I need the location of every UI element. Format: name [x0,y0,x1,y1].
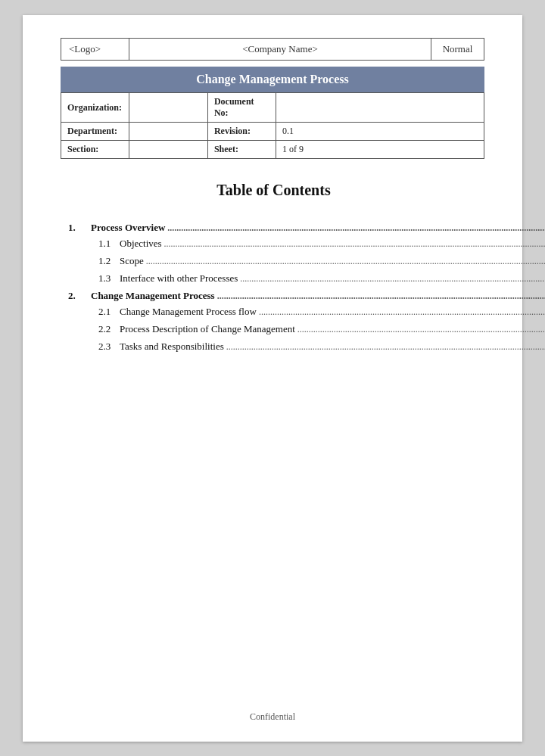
dept-label: Department: [61,123,129,141]
footer-text: Confidential [250,711,295,722]
org-label: Organization: [61,93,129,123]
docno-value [276,93,484,123]
logo-cell: <Logo> [61,39,129,61]
toc-number-6: 2.2 [98,323,120,335]
org-value [129,93,208,123]
toc-label-6: Process Description of Change Management [120,323,295,335]
toc-label-0: Process Overview [91,222,165,234]
toc-label-5: Change Management Process flow [120,306,257,318]
footer: Confidential [23,711,522,723]
dept-value [129,123,208,141]
toc-container: 1.Process Overview41.1Objectives41.2Scop… [61,222,484,353]
toc-dots-3 [240,272,545,285]
toc-dots-6 [297,323,545,336]
toc-item-4: 2.Change Management Process6 [68,290,477,303]
docno-label: Document No: [207,93,276,123]
toc-number-0: 1. [68,222,91,234]
toc-text-5: Change Management Process flow6 [120,306,545,319]
toc-number-7: 2.3 [98,341,120,353]
toc-item-6: 2.2Process Description of Change Managem… [68,323,477,336]
toc-number-5: 2.1 [98,306,120,318]
toc-dots-0 [167,222,545,235]
section-label: Section: [61,141,129,159]
toc-item-0: 1.Process Overview4 [68,222,477,235]
meta-row-1: Organization: Document No: [61,93,484,123]
toc-text-3: Interface with other Processes5 [120,272,545,285]
revision-value: 0.1 [276,123,484,141]
toc-number-4: 2. [68,290,91,302]
meta-row-3: Section: Sheet: 1 of 9 [61,141,484,159]
toc-item-7: 2.3Tasks and Responsibilities9 [68,341,477,353]
toc-label-1: Objectives [120,238,162,250]
revision-label: Revision: [207,123,276,141]
toc-text-0: Process Overview4 [91,222,545,235]
toc-item-3: 1.3Interface with other Processes5 [68,272,477,285]
toc-text-7: Tasks and Responsibilities9 [120,341,545,353]
section-value [129,141,208,159]
header-table: <Logo> <Company Name> Normal [61,38,484,61]
meta-row-2: Department: Revision: 0.1 [61,123,484,141]
toc-item-5: 2.1Change Management Process flow6 [68,306,477,319]
toc-title: Table of Contents [61,182,484,199]
toc-number-1: 1.1 [98,238,120,250]
toc-dots-7 [226,341,545,353]
toc-number-3: 1.3 [98,272,120,285]
toc-text-4: Change Management Process6 [91,290,545,303]
toc-item-1: 1.1Objectives4 [68,238,477,250]
toc-text-2: Scope4 [120,255,545,268]
toc-label-2: Scope [120,255,144,267]
toc-dots-4 [217,290,545,303]
toc-label-4: Change Management Process [91,290,215,302]
toc-dots-5 [259,306,545,319]
toc-item-2: 1.2Scope4 [68,255,477,268]
toc-text-1: Objectives4 [120,238,545,250]
document-title-banner: Change Management Process [61,67,484,92]
company-name-cell: <Company Name> [129,39,431,61]
toc-number-2: 1.2 [98,255,120,267]
status-cell: Normal [431,39,484,61]
document-page: <Logo> <Company Name> Normal Change Mana… [23,15,522,742]
toc-label-3: Interface with other Processes [120,272,238,285]
toc-dots-2 [146,255,545,268]
toc-dots-1 [164,238,545,250]
toc-text-6: Process Description of Change Management… [120,323,545,336]
sheet-label: Sheet: [207,141,276,159]
toc-label-7: Tasks and Responsibilities [120,341,224,353]
sheet-value: 1 of 9 [276,141,484,159]
meta-table: Organization: Document No: Department: R… [61,92,484,159]
